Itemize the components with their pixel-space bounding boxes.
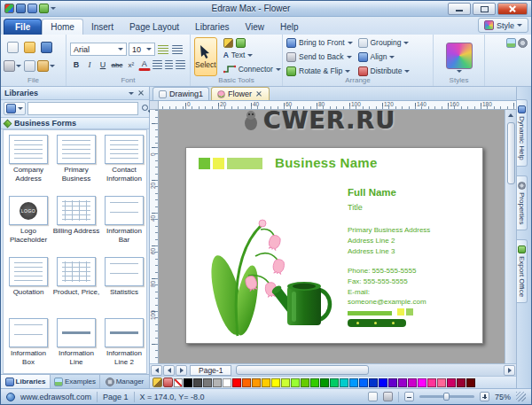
library-view-dropdown[interactable]: [4, 102, 26, 115]
pen-tool-icon[interactable]: [223, 38, 233, 48]
color-swatch[interactable]: [193, 378, 202, 387]
library-item[interactable]: LOGOLogo Placeholder: [4, 193, 52, 254]
library-item[interactable]: Company Address: [4, 132, 52, 193]
card-email-label[interactable]: E-mail:: [348, 288, 370, 296]
card-business-name[interactable]: Business Name: [275, 155, 378, 170]
zoom-slider-thumb[interactable]: [443, 393, 450, 401]
styles-gallery-button[interactable]: [446, 43, 473, 69]
color-swatch[interactable]: [379, 378, 387, 387]
library-item[interactable]: Contact Information: [100, 132, 147, 193]
tab-examples-panel[interactable]: Examples: [51, 375, 100, 388]
superscript-button[interactable]: x²: [125, 58, 137, 71]
align-center-icon[interactable]: [165, 60, 173, 69]
cut-button[interactable]: [21, 58, 37, 75]
tab-properties[interactable]: Properties: [517, 175, 528, 230]
select-tool-button[interactable]: Select: [194, 37, 217, 76]
color-swatch[interactable]: [388, 378, 397, 387]
styles-dropdown-arrow-icon[interactable]: [457, 70, 462, 73]
card-logo-block-lightgreen[interactable]: [227, 158, 262, 169]
open-button[interactable]: [21, 39, 37, 57]
file-menu-button[interactable]: File: [4, 19, 42, 35]
grouping-button[interactable]: Grouping: [358, 36, 411, 50]
print-button[interactable]: [4, 58, 20, 75]
color-swatch[interactable]: [310, 378, 319, 387]
undo-icon[interactable]: [27, 4, 37, 13]
tab-manager-panel[interactable]: Manager: [100, 375, 149, 388]
tab-view[interactable]: View: [237, 19, 272, 35]
color-swatch[interactable]: [408, 378, 417, 387]
tab-insert[interactable]: Insert: [83, 19, 121, 35]
library-item[interactable]: Information Line: [52, 315, 100, 374]
no-fill-icon[interactable]: [174, 378, 183, 387]
vertical-scroll-thumb[interactable]: [507, 122, 515, 184]
color-swatch[interactable]: [427, 378, 436, 387]
business-card-page[interactable]: Business Name: [185, 147, 483, 344]
color-swatch[interactable]: [291, 378, 300, 387]
card-decor-square-yellow[interactable]: [397, 308, 404, 315]
color-swatch[interactable]: [466, 378, 475, 387]
color-swatch[interactable]: [447, 378, 456, 387]
font-color-button[interactable]: A: [138, 58, 151, 71]
vertical-scrollbar[interactable]: [505, 110, 516, 363]
fill-color-icon[interactable]: [163, 378, 173, 387]
card-title[interactable]: Title: [348, 203, 363, 212]
color-swatch[interactable]: [330, 378, 339, 387]
prev-page-button[interactable]: [163, 365, 175, 376]
color-swatch[interactable]: [301, 378, 309, 387]
card-logo-block-green[interactable]: [199, 158, 210, 169]
panel-menu-arrow-icon[interactable]: [129, 92, 134, 95]
color-swatch[interactable]: [184, 378, 192, 387]
bold-button[interactable]: B: [70, 58, 82, 71]
library-item[interactable]: Information Line 2: [100, 315, 147, 374]
options-icon[interactable]: [518, 38, 528, 48]
tab-home[interactable]: Home: [42, 19, 83, 35]
library-item[interactable]: Information Bar: [100, 193, 147, 254]
card-logo-block-yellow[interactable]: [213, 158, 224, 169]
fit-page-icon[interactable]: [368, 392, 378, 401]
library-item[interactable]: Quotation: [4, 254, 52, 315]
close-tab-icon[interactable]: [254, 90, 263, 98]
line-color-icon[interactable]: [153, 378, 162, 387]
align-right-icon[interactable]: [176, 60, 185, 69]
library-section-header[interactable]: Business Forms: [1, 117, 149, 129]
color-swatch[interactable]: [359, 378, 368, 387]
tab-help[interactable]: Help: [272, 19, 307, 35]
panel-close-icon[interactable]: [137, 89, 145, 97]
card-decor-pill[interactable]: [348, 319, 406, 327]
card-email[interactable]: someone@example.com: [348, 298, 426, 306]
zoom-in-button[interactable]: [480, 392, 489, 401]
library-item[interactable]: Billing Address: [52, 193, 100, 254]
resize-grip[interactable]: [516, 392, 526, 401]
paste-button[interactable]: [38, 58, 54, 75]
color-swatch[interactable]: [418, 378, 426, 387]
next-page-button[interactable]: [176, 365, 187, 376]
color-swatch[interactable]: [340, 378, 348, 387]
color-swatch[interactable]: [457, 378, 466, 387]
website-link[interactable]: www.edrawsoft.com: [20, 393, 91, 401]
tab-page-layout[interactable]: Page Layout: [121, 19, 187, 35]
font-size-select[interactable]: 10: [129, 43, 155, 56]
bring-to-front-button[interactable]: Bring to Front: [286, 36, 353, 50]
font-family-select[interactable]: Arial: [70, 43, 127, 56]
connector-tool-button[interactable]: Connector: [221, 63, 284, 76]
color-swatch[interactable]: [242, 378, 251, 387]
save-button[interactable]: [38, 39, 54, 57]
italic-button[interactable]: I: [83, 58, 96, 71]
minimize-button[interactable]: [448, 3, 471, 15]
align-button[interactable]: Align: [358, 51, 411, 64]
first-page-button[interactable]: [151, 365, 162, 376]
page-tab[interactable]: Page-1: [190, 365, 231, 376]
color-swatch[interactable]: [349, 378, 358, 387]
indent-icon[interactable]: [172, 45, 183, 54]
zoom-out-button[interactable]: [404, 392, 414, 401]
color-swatch[interactable]: [223, 378, 231, 387]
card-phone[interactable]: Phone: 555-555-5555: [348, 267, 416, 275]
color-swatch[interactable]: [271, 378, 280, 387]
redo-icon[interactable]: [39, 4, 49, 13]
library-item[interactable]: Statistics: [100, 254, 147, 315]
tab-libraries-panel[interactable]: Libraries: [1, 375, 51, 388]
shape-tool-icon[interactable]: [236, 38, 246, 48]
card-full-name[interactable]: Full Name: [348, 187, 396, 198]
library-item[interactable]: Primary Business: [52, 132, 100, 193]
color-swatch[interactable]: [369, 378, 378, 387]
